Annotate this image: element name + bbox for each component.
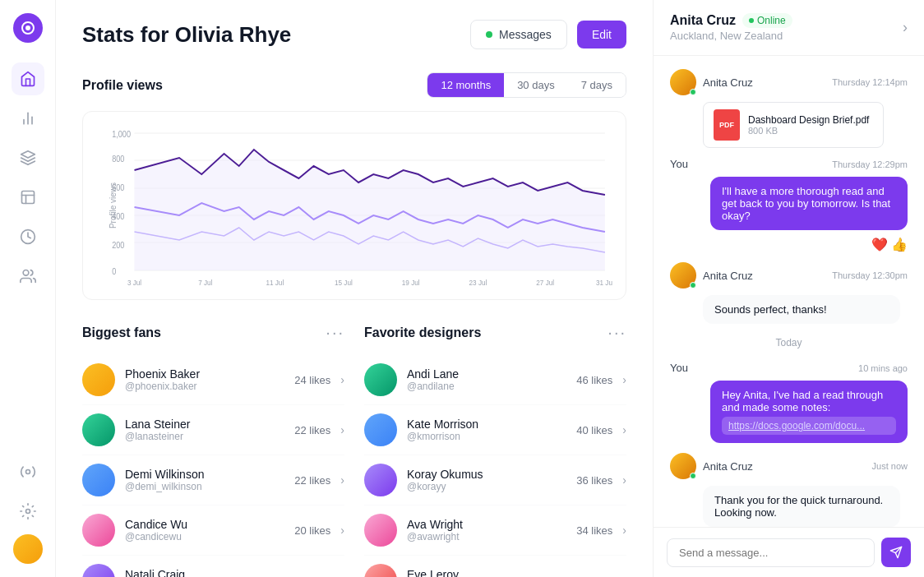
favorite-designers-more[interactable]: ··· (608, 323, 626, 342)
designer-avatar (364, 363, 397, 396)
designer-name: Koray Okumus (407, 468, 576, 481)
pdf-attachment[interactable]: PDF Dashboard Design Brief.pdf 800 KB (703, 102, 884, 148)
main-content: Stats for Olivia Rhye Messages Edit Prof… (56, 0, 653, 577)
chevron-right-icon: › (340, 524, 344, 537)
fan-item[interactable]: Candice Wu @candicewu 20 likes › (82, 505, 344, 556)
designer-info: Ava Wright @avawright (407, 518, 576, 542)
designer-avatar (364, 413, 397, 446)
sidebar-item-settings[interactable] (12, 455, 44, 488)
svg-text:23 Jul: 23 Jul (469, 279, 487, 287)
favorite-designers-title: Favorite designers (364, 325, 481, 340)
fan-avatar (82, 464, 115, 496)
fan-item[interactable]: Demi Wilkinson @demi_wilkinson 22 likes … (82, 455, 344, 505)
fan-item[interactable]: Phoenix Baker @phoenix.baker 24 likes › (82, 355, 344, 405)
sidebar-item-users[interactable] (12, 260, 44, 293)
designer-item[interactable]: Andi Lane @andilane 46 likes › (364, 355, 626, 405)
fan-avatar (82, 564, 115, 577)
online-status-dot (690, 89, 696, 95)
app-logo[interactable] (13, 13, 43, 43)
svg-rect-6 (21, 192, 34, 204)
designer-info: Kate Morrison @kmorrison (407, 418, 576, 442)
message-group: Anita Cruz Thursday 12:14pm PDF Dashboar… (670, 69, 908, 148)
message-time: Thursday 12:29pm (832, 159, 908, 169)
online-status-dot (690, 473, 696, 479)
fan-info: Lana Steiner @lanasteiner (125, 418, 294, 442)
message-avatar (670, 453, 696, 479)
message-sender: You (670, 362, 688, 374)
pdf-icon: PDF (714, 109, 740, 141)
header-actions: Messages Edit (470, 20, 626, 49)
message-sender: You (670, 158, 688, 170)
chat-panel: Anita Cruz Online Auckland, New Zealand … (653, 0, 924, 577)
msg-self-meta: You 10 mins ago (670, 362, 908, 374)
send-message-button[interactable] (881, 538, 911, 567)
fan-item[interactable]: Natali Craig @nat.craig 18 likes › (82, 556, 344, 577)
sidebar-item-home[interactable] (12, 62, 44, 95)
designer-avatar (364, 464, 397, 496)
designer-likes: 40 likes (576, 424, 612, 436)
fan-info: Phoenix Baker @phoenix.baker (125, 367, 294, 392)
fan-likes: 22 likes (294, 424, 330, 436)
page-header: Stats for Olivia Rhye Messages Edit (82, 20, 626, 49)
sidebar-item-gear[interactable] (12, 495, 44, 528)
online-dot-icon (749, 18, 754, 23)
fan-info: Demi Wilkinson @demi_wilkinson (125, 468, 294, 492)
filter-30days[interactable]: 30 days (504, 73, 568, 97)
sidebar-item-layers[interactable] (12, 141, 44, 174)
message-reactions: ❤️ 👍 (670, 237, 908, 252)
designer-item[interactable]: Ava Wright @avawright 34 likes › (364, 505, 626, 556)
profile-views-header: Profile views 12 months 30 days 7 days (82, 72, 626, 98)
chart-y-label: Profile views (109, 182, 118, 228)
designer-item[interactable]: Eve Leroy @eve.leroy 30 likes › (364, 556, 626, 577)
pdf-info: Dashboard Design Brief.pdf 800 KB (748, 114, 869, 136)
message-sender: Anita Cruz (703, 460, 753, 473)
biggest-fans-header: Biggest fans ··· (82, 323, 344, 342)
chat-contact-name: Anita Cruz (670, 13, 736, 28)
chat-location: Auckland, New Zealand (670, 30, 792, 42)
designer-item[interactable]: Koray Okumus @korayy 36 likes › (364, 455, 626, 505)
user-avatar[interactable] (13, 534, 43, 564)
message-bubble-self: I'll have a more thorough read and get b… (710, 177, 908, 230)
designer-likes: 34 likes (576, 524, 612, 537)
reaction-heart: ❤️ (871, 237, 888, 252)
message-time: 10 mins ago (858, 363, 908, 373)
time-filter-group: 12 months 30 days 7 days (427, 72, 626, 98)
fan-likes: 24 likes (294, 374, 330, 386)
chart-container: Profile views 1,000 800 600 400 200 0 (82, 111, 626, 300)
designer-name: Eve Leroy (407, 568, 576, 577)
chat-navigate-icon[interactable]: › (903, 19, 908, 36)
svg-point-12 (25, 510, 30, 514)
designer-handle: @avawright (407, 531, 576, 542)
svg-text:11 Jul: 11 Jul (266, 279, 284, 287)
edit-button[interactable]: Edit (577, 21, 626, 48)
message-time: Thursday 12:14pm (832, 77, 908, 87)
filter-7days[interactable]: 7 days (568, 73, 626, 97)
designer-avatar (364, 514, 397, 547)
message-bubble-other: Thank you for the quick turnaround. Look… (703, 486, 900, 527)
chevron-right-icon: › (622, 473, 626, 487)
biggest-fans-more[interactable]: ··· (326, 323, 344, 342)
fan-avatar (82, 363, 115, 396)
designer-avatar (364, 564, 397, 577)
chevron-right-icon: › (340, 373, 344, 386)
fan-item[interactable]: Lana Steiner @lanasteiner 22 likes › (82, 405, 344, 455)
svg-text:1,000: 1,000 (112, 130, 131, 140)
filter-12months[interactable]: 12 months (427, 73, 504, 97)
designer-handle: @kmorrison (407, 431, 576, 442)
online-badge: Online (742, 13, 792, 28)
chevron-right-icon: › (340, 574, 344, 577)
messages-label: Messages (499, 28, 552, 41)
chat-name-row: Anita Cruz Online (670, 13, 792, 28)
fan-handle: @phoenix.baker (125, 381, 294, 392)
designer-name: Ava Wright (407, 518, 576, 531)
designer-item[interactable]: Kate Morrison @kmorrison 40 likes › (364, 405, 626, 455)
sidebar-item-layout[interactable] (12, 181, 44, 214)
sidebar-item-clock[interactable] (12, 220, 44, 253)
chat-message-input[interactable] (667, 538, 875, 567)
sidebar-item-charts[interactable] (12, 102, 44, 135)
designer-handle: @korayy (407, 481, 576, 492)
message-group: You 10 mins ago Hey Anita, I've had a re… (670, 362, 908, 443)
page-title: Stats for Olivia Rhye (82, 22, 291, 48)
messages-button[interactable]: Messages (470, 20, 567, 49)
message-link[interactable]: https://docs.google.com/docu... (722, 417, 896, 435)
